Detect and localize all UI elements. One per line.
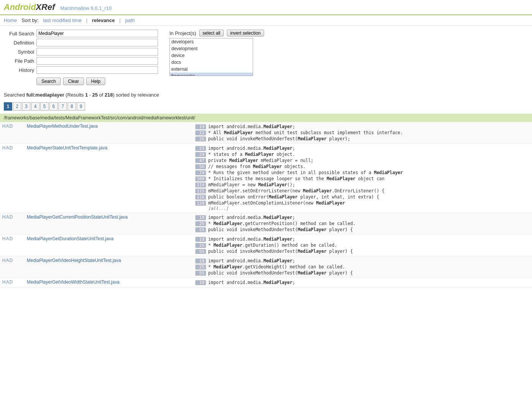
had-letter[interactable]: D	[10, 214, 13, 220]
full-search-label: Full Search	[4, 31, 34, 36]
code-line: 100* Initializes the message looper so t…	[195, 176, 530, 182]
android-title: Android	[4, 2, 36, 12]
code-line: 25* MediaPlayer.getCurrentPosition() met…	[195, 221, 530, 227]
project-list-item[interactable]: docs	[170, 59, 253, 66]
had-cell: HAD	[0, 235, 24, 256]
search-form: Full Search Definition Symbol File Path …	[4, 30, 158, 85]
had-cell: HAD	[0, 278, 24, 287]
filename-link[interactable]: MediaPlayerMethodUnderTest.java	[27, 124, 98, 129]
page-btn-9[interactable]: 9	[77, 102, 85, 111]
symbol-input[interactable]	[36, 48, 158, 56]
had-letter[interactable]: H	[2, 124, 6, 129]
page-btn-3[interactable]: 3	[22, 102, 30, 111]
had-cell: HAD	[0, 256, 24, 278]
had-letter[interactable]: D	[10, 145, 13, 151]
project-list-item[interactable]: external	[170, 66, 253, 73]
sort-path-link[interactable]: path	[125, 17, 135, 23]
sort-relevance-label: relevance	[92, 17, 115, 23]
had-letter[interactable]: D	[10, 236, 13, 241]
code-cell: 19import android.media.MediaPlayer;	[193, 278, 532, 287]
filename-cell: MediaPlayerGetVideoHeightStateUnitTest.j…	[24, 256, 193, 278]
line-number: 74	[195, 170, 206, 175]
code-line: 25* MediaPlayer.getDuration() method can…	[195, 242, 530, 248]
sort-last-modified-link[interactable]: last modified time	[43, 17, 81, 23]
home-link[interactable]: Home	[4, 17, 17, 23]
page-btn-8[interactable]: 8	[68, 102, 76, 111]
code-line: 74* Runs the given method under test in …	[195, 170, 530, 176]
more-results[interactable]: [all...]	[208, 206, 530, 211]
had-letter[interactable]: H	[2, 214, 6, 220]
code-text: import android.media.MediaPlayer;	[208, 146, 295, 151]
filename-link[interactable]: MediaPlayerStateUnitTestTemplate.java	[27, 145, 107, 151]
line-number: 55	[195, 249, 206, 254]
history-input[interactable]	[36, 66, 158, 74]
code-text: public void invokeMethodUnderTest(MediaP…	[208, 249, 353, 254]
had-letter[interactable]: A	[6, 124, 9, 129]
had-letter[interactable]: A	[6, 279, 9, 285]
code-line: 116public boolean onError(MediaPlayer pl…	[195, 194, 530, 200]
line-number: 55	[195, 271, 206, 276]
search-query: full:mediaplayer	[26, 92, 64, 98]
had-letter[interactable]: A	[6, 258, 9, 263]
header: AndroidXRef Marshmallow 6.0.1_r10	[0, 0, 532, 15]
full-search-input[interactable]	[36, 30, 158, 37]
sort-by-label: Sort by:	[22, 17, 39, 23]
line-number: 116	[195, 195, 206, 200]
select-all-button[interactable]: select all	[199, 30, 224, 36]
code-line: 19import android.media.MediaPlayer;	[195, 124, 530, 130]
history-label: History	[4, 67, 34, 73]
had-letter[interactable]: H	[2, 279, 6, 285]
code-line: 47private MediaPlayer mMediaPlayer = nul…	[195, 157, 530, 163]
code-text: import android.media.MediaPlayer;	[208, 124, 295, 129]
page-btn-4[interactable]: 4	[31, 102, 40, 111]
help-button[interactable]: Help	[86, 78, 106, 85]
file-path-label: File Path	[4, 58, 34, 64]
project-list[interactable]: developersdevelopmentdevicedocsexternalf…	[169, 38, 253, 76]
code-line: 129mMediaPlayer.setOnCompletionListener(…	[195, 200, 530, 206]
had-letter[interactable]: H	[2, 258, 6, 263]
project-list-item[interactable]: frameworks	[170, 73, 253, 76]
line-number: 19	[195, 280, 206, 285]
line-number: 56	[195, 164, 206, 169]
search-button[interactable]: Search	[36, 78, 61, 85]
project-list-item[interactable]: developers	[170, 38, 253, 45]
filename-link[interactable]: MediaPlayerGetVideoWidthStateUnitTest.ja…	[27, 279, 119, 285]
code-text: mMediaPlayer.setOnCompletionListener(new…	[208, 200, 345, 206]
line-number: 129	[195, 201, 206, 206]
filename-link[interactable]: MediaPlayerGetDurationStateUnitTest.java	[27, 236, 113, 241]
version-label: Marshmallow 6.0.1_r10	[60, 5, 112, 11]
file-path-input[interactable]	[36, 57, 158, 65]
table-row: HADMediaPlayerGetDurationStateUnitTest.j…	[0, 235, 532, 256]
page-btn-2[interactable]: 2	[13, 102, 21, 111]
had-letter[interactable]: H	[2, 145, 6, 151]
table-row: HADMediaPlayerStateUnitTestTemplate.java…	[0, 144, 532, 213]
code-line: 55public void invokeMethodUnderTest(Medi…	[195, 248, 530, 254]
filename-link[interactable]: MediaPlayerGetCurrentPositionStateUnitTe…	[27, 214, 127, 220]
had-letter[interactable]: A	[6, 214, 9, 220]
page-btn-1[interactable]: 1	[4, 102, 12, 111]
project-list-item[interactable]: development	[170, 45, 253, 52]
had-letter[interactable]: D	[10, 258, 13, 263]
definition-input[interactable]	[36, 39, 158, 46]
project-list-item[interactable]: device	[170, 52, 253, 59]
page-btn-6[interactable]: 6	[49, 102, 58, 111]
code-text: * Runs the given method under test in al…	[208, 170, 403, 175]
pagination: 123456789	[0, 101, 532, 112]
had-letter[interactable]: D	[10, 124, 13, 129]
code-text: * states of a MediaPlayer object.	[208, 152, 295, 157]
code-line: 115mMediaPlayer.setOnErrorListener(new M…	[195, 188, 530, 194]
sep2: |	[119, 17, 120, 23]
code-text: * All MediaPlayer method unit test subcl…	[208, 130, 403, 135]
had-letter[interactable]: H	[2, 236, 6, 241]
clear-button[interactable]: Clear	[63, 78, 84, 85]
had-letter[interactable]: A	[6, 236, 9, 241]
code-text: import android.media.MediaPlayer;	[208, 236, 295, 242]
had-letter[interactable]: A	[6, 145, 9, 151]
filename-link[interactable]: MediaPlayerGetVideoHeightStateUnitTest.j…	[27, 258, 121, 263]
definition-row: Definition	[4, 39, 158, 46]
code-text: mMediaPlayer.setOnErrorListener(new Medi…	[208, 188, 385, 194]
had-letter[interactable]: D	[10, 279, 13, 285]
invert-selection-button[interactable]: invert selection	[227, 30, 264, 36]
page-btn-5[interactable]: 5	[40, 102, 49, 111]
page-btn-7[interactable]: 7	[59, 102, 67, 111]
